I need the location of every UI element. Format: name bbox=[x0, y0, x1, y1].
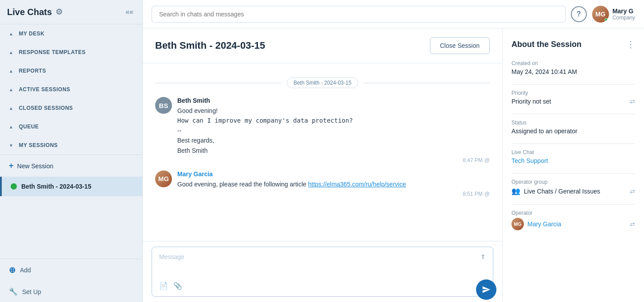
panel-operator-label: Operator bbox=[511, 210, 635, 216]
send-button[interactable] bbox=[476, 279, 496, 300]
panel-live-chat-section: Live Chat Tech Support bbox=[511, 149, 635, 164]
message-text: Good evening, please read the following … bbox=[177, 179, 490, 189]
message-content: Mary Garcia Good evening, please read th… bbox=[177, 170, 490, 197]
sidebar-item-label: ACTIVE SESSIONS bbox=[19, 86, 70, 93]
panel-operator-section: Operator MG Mary Garcia ⇄ bbox=[511, 210, 635, 230]
message-input-bottom: 📄 📎 bbox=[159, 278, 486, 290]
date-divider: Beth Smith - 2024-03-15 bbox=[155, 77, 490, 88]
new-session-button[interactable]: + New Session bbox=[0, 155, 142, 177]
chat-header: Beth Smith - 2024-03-15 Close Session bbox=[143, 28, 502, 63]
gear-icon[interactable]: ⚙ bbox=[55, 7, 62, 17]
setup-icon: 🔧 bbox=[9, 287, 18, 296]
panel-priority-label: Priority bbox=[511, 90, 635, 96]
template-icon[interactable]: 📄 bbox=[159, 282, 168, 290]
sidebar-item-active-sessions[interactable]: ▲ ACTIVE SESSIONS bbox=[0, 80, 142, 99]
panel-operator-group-section: Operator group 👥 Live Chats / General Is… bbox=[511, 179, 635, 195]
avatar-initials: MG bbox=[595, 11, 605, 18]
operator-name-link[interactable]: Mary Garcia bbox=[177, 170, 213, 178]
swap-operator-icon[interactable]: ⇄ bbox=[630, 221, 635, 228]
plus-icon: + bbox=[9, 161, 14, 170]
email-icon: @ bbox=[484, 157, 490, 163]
sidebar-add-button[interactable]: ⊕ Add bbox=[0, 259, 142, 281]
message-content: Beth Smith Good evening! How can I impro… bbox=[177, 97, 490, 163]
setup-label: Set Up bbox=[22, 288, 41, 295]
sidebar-item-queue[interactable]: ▲ QUEUE bbox=[0, 117, 142, 136]
panel-priority-value: Priority not set bbox=[511, 98, 551, 105]
avatar: MG bbox=[592, 6, 609, 23]
chat-messages: Beth Smith - 2024-03-15 BS Beth Smith Go… bbox=[143, 63, 502, 241]
sidebar-item-my-desk[interactable]: ▲ MY DESK bbox=[0, 24, 142, 43]
message-time: 8:47 PM bbox=[463, 157, 483, 163]
message-input-area: Message ⇑ 📄 📎 bbox=[143, 241, 502, 302]
swap-priority-icon[interactable]: ⇄ bbox=[630, 98, 635, 105]
panel-status-value: Assigned to an operator bbox=[511, 128, 635, 135]
panel-more-icon[interactable]: ⋮ bbox=[626, 39, 635, 50]
arrow-icon: ▼ bbox=[9, 143, 13, 148]
message-sender: Beth Smith bbox=[177, 97, 490, 104]
sidebar-item-closed-sessions[interactable]: ▲ CLOSED SESSIONS bbox=[0, 99, 142, 117]
sidebar-item-reports[interactable]: ▲ REPORTS bbox=[0, 62, 142, 80]
user-profile[interactable]: MG Mary G Company bbox=[592, 6, 635, 23]
sidebar: Live Chats ⚙ «« ▲ MY DESK ▲ RESPONSE TEM… bbox=[0, 0, 143, 302]
message-time: 8:51 PM bbox=[463, 191, 483, 197]
sidebar-item-label: RESPONSE TEMPLATES bbox=[19, 49, 86, 55]
user-info: Mary G Company bbox=[613, 8, 635, 21]
user-company: Company bbox=[613, 15, 635, 21]
swap-group-icon[interactable]: ⇄ bbox=[630, 188, 635, 195]
close-session-button[interactable]: Close Session bbox=[430, 37, 490, 54]
sidebar-item-label: CLOSED SESSIONS bbox=[19, 105, 73, 111]
panel-operator-value[interactable]: Mary Garcia bbox=[527, 221, 561, 228]
sidebar-title: Live Chats ⚙ bbox=[7, 7, 62, 17]
panel-priority-section: Priority Priority not set ⇄ bbox=[511, 90, 635, 105]
active-session-item[interactable]: Beth Smith - 2024-03-15 bbox=[0, 177, 142, 196]
help-button[interactable]: ? bbox=[571, 6, 587, 22]
add-icon: ⊕ bbox=[9, 265, 16, 275]
input-tools: 📄 📎 bbox=[159, 282, 182, 290]
panel-divider bbox=[511, 84, 635, 85]
message-row: MG Mary Garcia Good evening, please read… bbox=[155, 170, 490, 197]
sidebar-item-label: REPORTS bbox=[19, 68, 46, 74]
chat-area: Beth Smith - 2024-03-15 Close Session Be… bbox=[143, 28, 502, 302]
sidebar-setup-button[interactable]: 🔧 Set Up bbox=[0, 281, 142, 302]
panel-divider bbox=[511, 143, 635, 144]
arrow-icon: ▲ bbox=[9, 31, 13, 36]
panel-live-chat-value[interactable]: Tech Support bbox=[511, 157, 635, 164]
online-indicator bbox=[605, 18, 609, 22]
sidebar-item-label: QUEUE bbox=[19, 124, 39, 130]
sender-avatar: BS bbox=[155, 97, 172, 114]
panel-created-section: Created on May 24, 2024 10:41 AM bbox=[511, 60, 635, 75]
operator-avatar: MG bbox=[511, 218, 524, 230]
operator-avatar: MG bbox=[155, 170, 172, 187]
sidebar-item-label: MY SESSIONS bbox=[19, 142, 58, 148]
panel-priority-row: Priority not set ⇄ bbox=[511, 98, 635, 105]
panel-status-label: Status bbox=[511, 120, 635, 126]
topbar: ? MG Mary G Company bbox=[143, 0, 644, 28]
chat-title: Beth Smith - 2024-03-15 bbox=[155, 40, 265, 51]
message-placeholder[interactable]: Message bbox=[159, 253, 480, 260]
message-row: BS Beth Smith Good evening! How can I im… bbox=[155, 97, 490, 163]
sidebar-item-my-sessions[interactable]: ▼ MY SESSIONS bbox=[0, 136, 142, 155]
panel-divider bbox=[511, 114, 635, 114]
date-badge: Beth Smith - 2024-03-15 bbox=[287, 77, 358, 88]
panel-operator-row: MG Mary Garcia ⇄ bbox=[511, 218, 635, 230]
attach-icon[interactable]: 📎 bbox=[173, 282, 182, 290]
email-icon: @ bbox=[484, 191, 490, 197]
session-item-label: Beth Smith - 2024-03-15 bbox=[21, 183, 91, 190]
collapse-sidebar-button[interactable]: «« bbox=[124, 6, 135, 18]
sidebar-item-response-templates[interactable]: ▲ RESPONSE TEMPLATES bbox=[0, 43, 142, 62]
panel-divider bbox=[511, 204, 635, 205]
article-link[interactable]: https://elma365.com/ru/help/service bbox=[308, 181, 406, 188]
panel-created-label: Created on bbox=[511, 60, 635, 66]
message-input-top: Message ⇑ bbox=[159, 253, 486, 260]
message-text: Good evening! How can I improve my compa… bbox=[177, 106, 490, 155]
panel-created-value: May 24, 2024 10:41 AM bbox=[511, 68, 635, 75]
search-input[interactable] bbox=[152, 6, 566, 23]
add-label: Add bbox=[20, 267, 31, 274]
panel-title: About the Session bbox=[511, 40, 582, 49]
right-panel: About the Session ⋮ Created on May 24, 2… bbox=[502, 28, 644, 302]
sidebar-header: Live Chats ⚙ «« bbox=[0, 0, 142, 24]
message-input-box: Message ⇑ 📄 📎 bbox=[152, 247, 493, 297]
panel-operator-group-label: Operator group bbox=[511, 179, 635, 185]
expand-icon[interactable]: ⇑ bbox=[480, 253, 486, 260]
message-sender: Mary Garcia bbox=[177, 170, 490, 178]
